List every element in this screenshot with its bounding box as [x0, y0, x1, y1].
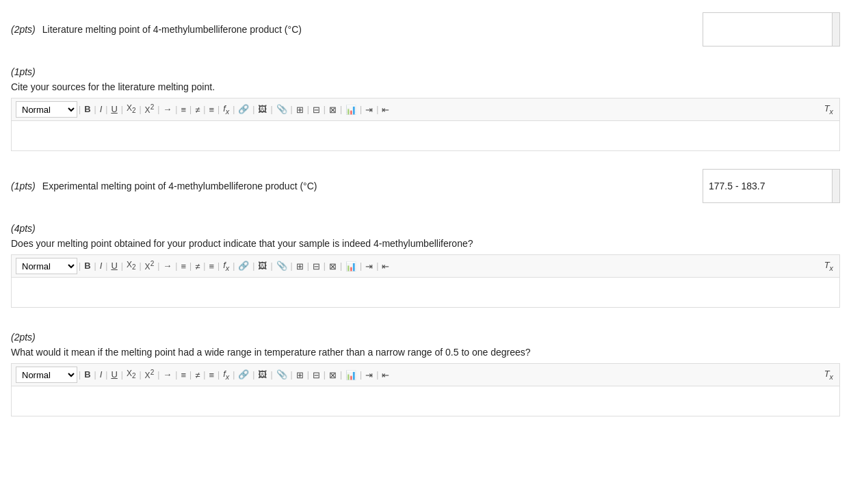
editor1-arrow-btn[interactable]: → [161, 103, 174, 115]
editor3-media-btn[interactable]: 📎 [274, 369, 289, 380]
editor1-insert-group: fx | 🔗 | 🖼 | 📎 | [221, 103, 294, 116]
editor2-sup-btn[interactable]: X2 [143, 259, 157, 272]
editor1-link-btn[interactable]: 🔗 [236, 103, 251, 115]
editor3-indent-btn[interactable]: ⇥ [363, 369, 375, 381]
editor1-tablecol-btn[interactable]: ⊠ [327, 104, 339, 116]
editor2-table-btn[interactable]: ⊞ [294, 261, 306, 272]
sep18: | [360, 105, 362, 114]
editor1-chart-btn[interactable]: 📊 [343, 104, 358, 116]
editor1-style-select[interactable]: Normal Heading 1 Heading 2 Heading 3 [16, 101, 77, 118]
question-block-q1: (2pts) Literature melting point of 4-met… [0, 7, 851, 55]
editor1-area[interactable] [11, 120, 840, 151]
editor1-image-btn[interactable]: 🖼 [256, 103, 269, 115]
editor3-ol-btn[interactable]: ≡ [179, 369, 188, 381]
editor3-tablecol-btn[interactable]: ⊠ [327, 369, 339, 381]
editor1-ul-btn[interactable]: ≠ [193, 104, 202, 116]
editor2-clear-format-btn[interactable]: Tx [822, 259, 835, 273]
q2-scrollbar [832, 169, 840, 203]
sep10: | [218, 105, 220, 114]
editor2-chart-btn[interactable]: 📊 [343, 261, 358, 272]
editor1-align-btn[interactable]: ≡ [207, 104, 216, 116]
editor1-media-btn[interactable]: 📎 [274, 103, 289, 115]
editor1-fx-btn[interactable]: fx [221, 103, 231, 116]
editor1-wrapper: Normal Heading 1 Heading 2 Heading 3 | B… [11, 98, 840, 151]
editor2-tablecol-btn[interactable]: ⊠ [327, 261, 339, 272]
editor1-clear-format-btn[interactable]: Tx [822, 103, 835, 116]
editor1-sup-btn[interactable]: X2 [143, 103, 157, 116]
editor2-format-group: B | I | U | X2 | X2 | → | [82, 259, 179, 272]
editor3-link-btn[interactable]: 🔗 [236, 369, 251, 380]
editor2-media-btn[interactable]: 📎 [274, 260, 289, 271]
editor3-style-select[interactable]: Normal Heading 1 Heading 2 [16, 367, 77, 383]
editor2-indent-btn[interactable]: ⇥ [363, 261, 375, 272]
q1-answer-input[interactable] [703, 12, 833, 47]
editor2-image-btn[interactable]: 🖼 [256, 260, 269, 271]
editor2-fx-btn[interactable]: fx [221, 259, 231, 273]
editor1-sub-btn[interactable]: X2 [125, 103, 138, 116]
editor2-italic-btn[interactable]: I [98, 260, 105, 271]
editor2-tablerow-btn[interactable]: ⊟ [311, 261, 322, 272]
editor2-area[interactable] [11, 277, 840, 308]
editor3-ul-btn[interactable]: ≠ [193, 369, 202, 381]
editor2-link-btn[interactable]: 🔗 [236, 260, 251, 271]
sep1: | [79, 105, 81, 114]
editor3-sub-btn[interactable]: X2 [125, 368, 138, 381]
editor2-bold-btn[interactable]: B [82, 260, 92, 271]
editor3-image-btn[interactable]: 🖼 [256, 369, 269, 380]
editor3-table-btn[interactable]: ⊞ [294, 369, 306, 381]
editor2-outdent-btn[interactable]: ⇤ [380, 261, 391, 272]
editor1-bold-btn[interactable]: B [82, 103, 92, 115]
editor1-indent-btn[interactable]: ⇥ [363, 104, 375, 116]
editor1-underline-btn[interactable]: U [109, 103, 119, 115]
editor2-ol-btn[interactable]: ≡ [179, 261, 188, 272]
sep2: | [94, 105, 96, 114]
editor1-table-btn[interactable]: ⊞ [294, 104, 306, 116]
editor1-format-group: B | I | U | X2 | X2 | → | [82, 103, 179, 116]
q2-answer-input[interactable] [703, 169, 833, 203]
editor3-underline-btn[interactable]: U [109, 369, 119, 380]
editor3-tablerow-btn[interactable]: ⊟ [311, 369, 322, 381]
editor3-sup-btn[interactable]: X2 [143, 368, 157, 381]
editor1-table-group: ⊞ | ⊟ | ⊠ | 📊 | ⇥ | ⇤ [294, 104, 392, 116]
editor1-list-group: ≡ | ≠ | ≡ | [179, 104, 221, 116]
editor2-align-btn[interactable]: ≡ [207, 261, 216, 272]
editor1-toolbar: Normal Heading 1 Heading 2 Heading 3 | B… [11, 98, 840, 120]
editor2-ul-btn[interactable]: ≠ [193, 261, 202, 272]
editor2-toolbar: Normal Heading 1 Heading 2 | B | I | U |… [11, 254, 840, 277]
editor2-wrapper: Normal Heading 1 Heading 2 | B | I | U |… [11, 254, 840, 308]
editor3-bold-btn[interactable]: B [82, 369, 92, 380]
editor1-ol-btn[interactable]: ≡ [179, 104, 188, 116]
editor3-chart-btn[interactable]: 📊 [343, 369, 358, 381]
editor1-outdent-btn[interactable]: ⇤ [380, 104, 391, 116]
underline-icon: U [111, 104, 117, 114]
q1-label-group: (2pts) Literature melting point of 4-met… [11, 24, 703, 35]
sep3: | [105, 105, 107, 114]
sep19: | [376, 105, 378, 114]
editor3-area[interactable] [11, 386, 840, 416]
q2-answer-outer [703, 169, 840, 203]
editor3-wrapper: Normal Heading 1 Heading 2 | B | I | U |… [11, 363, 840, 416]
editor3-italic-btn[interactable]: I [98, 369, 105, 380]
question-block-q2: (1pts) Experimental melting point of 4-m… [0, 163, 851, 211]
sep7: | [175, 105, 177, 114]
editor2-style-select[interactable]: Normal Heading 1 Heading 2 [16, 258, 77, 274]
editor3-clear-format-btn[interactable]: Tx [822, 368, 835, 382]
italic-icon: I [100, 104, 103, 114]
editor3-align-btn[interactable]: ≡ [207, 369, 216, 381]
editor2-underline-btn[interactable]: U [109, 260, 119, 271]
editor3-arrow-btn[interactable]: → [161, 369, 174, 380]
editor2-arrow-btn[interactable]: → [161, 260, 174, 271]
q1-pts: (2pts) [11, 24, 36, 35]
editor3-fx-btn[interactable]: fx [221, 368, 231, 382]
editor2-table-group: ⊞ | ⊟ | ⊠ | 📊 | ⇥ | ⇤ [294, 261, 392, 272]
q1-answer-outer [703, 12, 833, 47]
q1-scrollbar [832, 12, 840, 47]
editor3-format-group: B | I | U | X2 | X2 | → | [82, 368, 179, 381]
bold-icon: B [84, 104, 90, 114]
editor3-outdent-btn[interactable]: ⇤ [380, 369, 391, 381]
editor1-tablerow-btn[interactable]: ⊟ [311, 104, 322, 116]
editor2-sub-btn[interactable]: X2 [125, 259, 138, 272]
editor1-italic-btn[interactable]: I [98, 103, 105, 115]
sep13: | [270, 105, 272, 114]
editor2-list-group: ≡ | ≠ | ≡ | [179, 261, 221, 272]
